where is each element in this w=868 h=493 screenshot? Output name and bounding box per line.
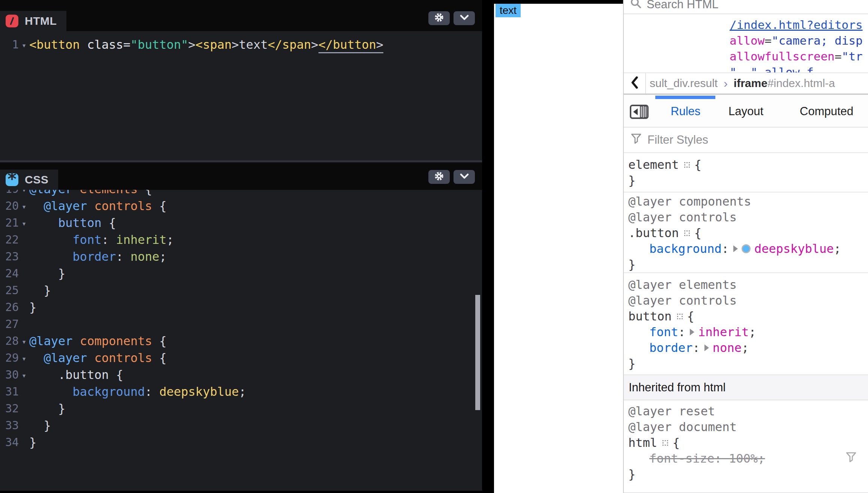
code-token: { (152, 199, 167, 213)
html-settings-button[interactable] (428, 11, 450, 25)
property-name[interactable]: font-size (649, 451, 714, 466)
fold-spacer (19, 307, 29, 308)
fold-arrow-icon[interactable]: ▾ (19, 336, 29, 346)
expand-arrow-icon[interactable] (733, 245, 738, 252)
css-collapse-button[interactable] (454, 170, 475, 184)
html-panel-title: HTML (25, 15, 57, 27)
markup-line-attr[interactable]: allowfullscreen="tr (624, 48, 868, 64)
selector-highlighter-icon[interactable] (684, 230, 690, 236)
code-token: <button (29, 38, 80, 52)
line-number: 30 (0, 368, 19, 381)
declaration-background[interactable]: background:deepskyblue; (628, 241, 868, 257)
rule-selector-line[interactable]: element{ (628, 157, 868, 173)
expand-arrow-icon[interactable] (704, 344, 709, 351)
code-token: } (29, 266, 65, 281)
html-code-area[interactable]: 1▾<button class="button"><span>text</spa… (0, 31, 482, 161)
code-token: allow-f (764, 65, 814, 72)
editor-code-line[interactable]: 32 } (0, 400, 482, 417)
editor-code-line[interactable]: 25 } (0, 282, 482, 299)
editor-code-line[interactable]: 27 (0, 316, 482, 332)
code-text: } (29, 418, 51, 433)
markup-line-link[interactable]: /index.html?editors (624, 17, 868, 33)
selector-highlighter-icon[interactable] (684, 162, 690, 168)
property-value[interactable]: inherit (698, 325, 749, 339)
editor-code-line[interactable]: 20▾ @layer controls { (0, 197, 482, 214)
code-token: = (123, 38, 130, 52)
code-token: : (116, 250, 131, 264)
css-settings-button[interactable] (428, 170, 450, 184)
fold-arrow-icon[interactable]: ▾ (19, 201, 29, 211)
line-number: 28 (0, 334, 19, 347)
rule-selector-line[interactable]: button{ (628, 308, 868, 324)
editor-code-line[interactable]: 26} (0, 299, 482, 316)
css-panel-tab[interactable]: * CSS (0, 170, 58, 190)
tab-layout[interactable]: Layout (728, 96, 763, 127)
line-number: 34 (0, 436, 19, 449)
markup-line-attr[interactable]: allow="camera; disp (624, 33, 868, 48)
declaration-font[interactable]: font:inherit; (628, 324, 868, 340)
expand-arrow-icon[interactable] (690, 329, 694, 335)
breadcrumb-back-button[interactable] (624, 73, 646, 93)
html-collapse-button[interactable] (454, 11, 475, 25)
code-token (29, 233, 73, 247)
active-tab-indicator (655, 96, 715, 99)
tab-computed[interactable]: Computed (800, 96, 853, 127)
css-editor-scrollbar[interactable] (475, 295, 480, 410)
sidebar-tabs: Rules Layout Computed (624, 96, 868, 128)
selector-highlighter-icon[interactable] (677, 314, 683, 319)
code-text: @layer controls { (29, 199, 167, 213)
selector: .button (628, 226, 679, 240)
code-token: } (29, 283, 51, 298)
at-layer-line: @layer controls (628, 209, 868, 225)
overridden-filter-icon[interactable] (773, 437, 857, 480)
editor-code-line[interactable]: 28▾@layer components { (0, 332, 482, 349)
fold-arrow-icon[interactable]: ▾ (19, 39, 29, 50)
editor-code-line[interactable]: 31 background: deepskyblue; (0, 383, 482, 400)
editor-code-line[interactable]: 23 border: none; (0, 248, 482, 265)
code-token (29, 368, 58, 382)
fold-arrow-icon[interactable]: ▾ (19, 370, 29, 380)
fold-arrow-icon[interactable]: ▾ (19, 218, 29, 228)
editor-code-line[interactable]: 34} (0, 434, 482, 451)
search-html-input[interactable]: Search HTML (624, 0, 868, 14)
html-panel-tab[interactable]: HTML (0, 11, 66, 31)
property-value[interactable]: deepskyblue (754, 242, 834, 256)
css-code-area[interactable]: 19▾@layer elements {20▾ @layer controls … (0, 180, 482, 451)
editor-code-line[interactable]: 24 } (0, 265, 482, 282)
selector-highlighter-icon[interactable] (662, 440, 668, 446)
filter-styles-input[interactable]: Filter Styles (624, 128, 868, 153)
preview-text-button[interactable]: text (496, 4, 521, 17)
property-name[interactable]: background (649, 242, 722, 256)
editor-code-line[interactable]: 30▾ .button { (0, 366, 482, 383)
at-layer-line: @layer reset (628, 403, 868, 419)
tab-rules[interactable]: Rules (671, 96, 700, 127)
property-name[interactable]: font (649, 325, 678, 339)
declaration-border[interactable]: border:none; (628, 340, 868, 356)
code-token: ; (239, 385, 246, 399)
code-text: } (29, 283, 51, 298)
property-value[interactable]: none (713, 341, 742, 355)
editor-code-line[interactable]: 21▾ button { (0, 214, 482, 231)
editor-code-line[interactable]: 1▾<button class="button"><span>text</spa… (0, 36, 482, 53)
markup-line-attr[interactable]: " " allow-f (624, 64, 868, 72)
fold-arrow-icon[interactable]: ▾ (19, 353, 29, 363)
property-value[interactable]: 100% (729, 451, 758, 466)
editor-code-line[interactable]: 33 } (0, 417, 482, 434)
declaration-font-size-overridden[interactable]: font-size: 100%; (628, 451, 868, 466)
color-swatch[interactable] (742, 244, 751, 253)
at-layer-line: @layer document (628, 419, 868, 435)
code-token: <span (195, 38, 231, 52)
breadcrumb-item-parent[interactable]: sult_div.result (650, 77, 718, 90)
editor-code-line[interactable]: 29▾ @layer controls { (0, 349, 482, 366)
breadcrumb-items: sult_div.result › iframe #index.html-a (646, 73, 835, 93)
collapse-sidebar-icon[interactable] (630, 105, 649, 120)
code-token: ; (167, 233, 174, 247)
breadcrumb-item-iframe-id[interactable]: #index.html-a (767, 77, 835, 90)
breadcrumb-item-iframe[interactable]: iframe (734, 77, 767, 90)
editor-code-line[interactable]: 22 font: inherit; (0, 231, 482, 248)
code-token: { (102, 216, 116, 230)
code-token: } (29, 418, 51, 433)
at-layer-line: @layer components (628, 194, 868, 209)
property-name[interactable]: border (649, 341, 693, 355)
rule-selector-line[interactable]: .button{ (628, 225, 868, 241)
